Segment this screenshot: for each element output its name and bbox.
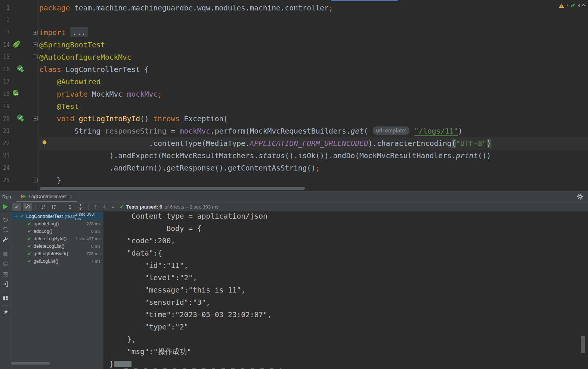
close-icon[interactable]: × [69,194,72,199]
sort-by-duration-icon[interactable] [49,203,58,211]
console-line[interactable]: Content type = application/json [103,212,588,222]
code-text[interactable]: void getLogInfoById() throws Exception{ [39,113,228,125]
pin-tab-icon[interactable] [2,309,9,316]
next-occurrence-icon[interactable]: ↓ [101,204,108,210]
code-line[interactable]: 24 .andReturn().getResponse().getContent… [0,162,588,174]
expand-all-icon[interactable] [65,203,74,211]
console-line[interactable]: } [103,358,588,369]
fold-collapse-icon[interactable]: − [33,178,38,182]
code-text[interactable]: import ... [39,26,88,39]
editor-top-scrollbar-thumb[interactable] [331,0,398,1]
previous-occurrence-icon[interactable]: ↑ [92,204,99,210]
test-tree-item[interactable]: ✔updateLog()228 ms [11,220,103,228]
line-number: 2 [0,14,10,26]
code-text[interactable]: private MockMvc mockMvc; [39,88,162,100]
line-number: 23 [0,150,10,162]
code-line[interactable]: 15−@AutoConfigureMockMvc [0,51,588,63]
test-tree-root[interactable]: ✔LogControllerTest(tean2 sec 393 ms [11,213,103,220]
chevron-up-icon[interactable] [581,4,585,8]
more-icon[interactable]: » [111,204,114,210]
rerun-failed-tests-icon[interactable] [2,226,9,233]
console-line[interactable]: Body = { [103,222,588,235]
code-line[interactable]: 17 @Autowired [0,76,588,88]
warning-icon: ! [559,3,564,8]
console-line[interactable]: "id":"11", [103,259,588,272]
show-ignored-toggle[interactable] [23,203,32,211]
run-panel-header: Run: LogControllerTest × [0,191,588,202]
code-line[interactable]: 20− void getLogInfoById() throws Excepti… [0,113,588,125]
code-text[interactable]: ).andExpect(MockMvcResultMatchers.status… [39,150,491,162]
test-tree-item[interactable]: ✔deleteLogList()8 ms [11,243,103,250]
code-line[interactable]: 23 ).andExpect(MockMvcResultMatchers.sta… [0,150,588,162]
screenshot-icon[interactable] [2,271,9,278]
console-line[interactable]: "message":"this is 11", [103,284,588,296]
console-vertical-scrollbar[interactable] [581,336,585,353]
console-line[interactable]: "type":"2" [103,321,588,333]
test-settings-icon[interactable] [2,237,9,243]
show-passed-toggle[interactable]: ✔ [12,203,21,211]
test-tree-item[interactable]: ✔getLogList()7 ms [11,257,103,265]
rerun-icon[interactable] [2,216,9,223]
tree-horizontal-scrollbar[interactable] [11,362,50,365]
fold-collapse-icon[interactable]: − [33,54,38,59]
code-text[interactable]: .contentType(MediaType.APPLICATION_FORM_… [39,137,491,150]
test-package-hint: (tean [65,214,75,219]
code-editor[interactable]: 1package team.machine.machineguardbe.wqw… [0,0,588,191]
code-text[interactable]: .andReturn().getResponse().getContentAsS… [39,162,320,174]
code-line[interactable]: 25− } [0,174,588,187]
code-line[interactable]: 22 .contentType(MediaType.APPLICATION_FO… [0,137,588,150]
fold-collapse-icon[interactable]: − [33,116,38,121]
gear-icon[interactable] [577,193,584,200]
circle-slash-icon [25,204,30,209]
console-line[interactable]: "level":"2", [103,272,588,284]
test-tree-item[interactable]: ✔getLogInfoById()705 ms [11,250,103,257]
editor-horizontal-scrollbar[interactable] [40,187,305,190]
fold-expand-icon[interactable]: + [33,30,38,35]
code-line[interactable]: 1package team.machine.machineguardbe.wqw… [0,2,588,14]
code-text[interactable]: String responseString = mockMvc.perform(… [39,125,462,137]
code-text[interactable]: @AutoConfigureMockMvc [39,51,131,63]
test-tree-item[interactable]: ✔deleteLogById()1 sec 437 ms [11,235,103,243]
test-tree-item[interactable]: ✔addLog()8 ms [11,228,103,235]
code-line[interactable]: 19 @Test [0,100,588,113]
console-line[interactable]: }, [103,333,588,345]
code-text[interactable]: } [39,174,61,187]
test-method-name: deleteLogById() [34,236,66,241]
spring-leaf-icon[interactable] [12,40,22,50]
stop-icon[interactable] [2,251,9,257]
code-line[interactable]: 16class LogControllerTest { [0,63,588,76]
console-line[interactable]: "code":200, [103,235,588,247]
console-line[interactable]: "time":"2023-05-03 23:02:07", [103,309,588,321]
check-icon: ✔ [120,204,124,210]
code-line[interactable]: 3+import ... [0,26,588,39]
run-test-icon[interactable] [16,65,26,74]
code-line[interactable]: 2 [0,14,588,26]
code-line[interactable]: 14−@SpringBootTest [0,39,588,51]
line-number: 22 [0,137,10,150]
code-line[interactable]: 18 private MockMvc mockMvc; [0,88,588,100]
fold-collapse-icon[interactable]: − [33,42,38,47]
console-line[interactable]: "data":{ [103,247,588,259]
layout-settings-icon[interactable] [2,295,9,302]
sort-alphabetically-icon[interactable]: az [39,203,48,211]
rerun-automatically-icon[interactable] [2,261,9,268]
bean-arrow-icon[interactable] [12,89,22,99]
console-line[interactable]: "sensorId":"3", [103,296,588,309]
console-line[interactable]: "msg":"操作成功" [103,345,588,358]
code-line[interactable]: 21 String responseString = mockMvc.perfo… [0,125,588,137]
run-tab[interactable]: LogControllerTest × [16,191,77,202]
collapse-all-icon[interactable] [76,203,85,211]
import-test-results-icon[interactable] [2,281,9,288]
code-text[interactable]: @Test [39,100,79,113]
code-text[interactable]: @Autowired [39,76,100,88]
line-number: 18 [0,88,10,100]
code-text[interactable]: @SpringBootTest [39,39,105,51]
test-class-name: LogControllerTest [26,214,63,219]
chevron-down-icon[interactable] [15,215,18,218]
code-text[interactable]: package team.machine.machineguardbe.wqw.… [39,2,333,14]
code-text[interactable]: class LogControllerTest { [39,63,149,76]
run-icon[interactable] [3,204,8,209]
inspection-widget[interactable]: ! 7 ✔✔ 8 [559,3,585,8]
test-console[interactable]: Content type = application/json Body = {… [103,212,588,369]
run-test-icon[interactable] [16,114,26,123]
